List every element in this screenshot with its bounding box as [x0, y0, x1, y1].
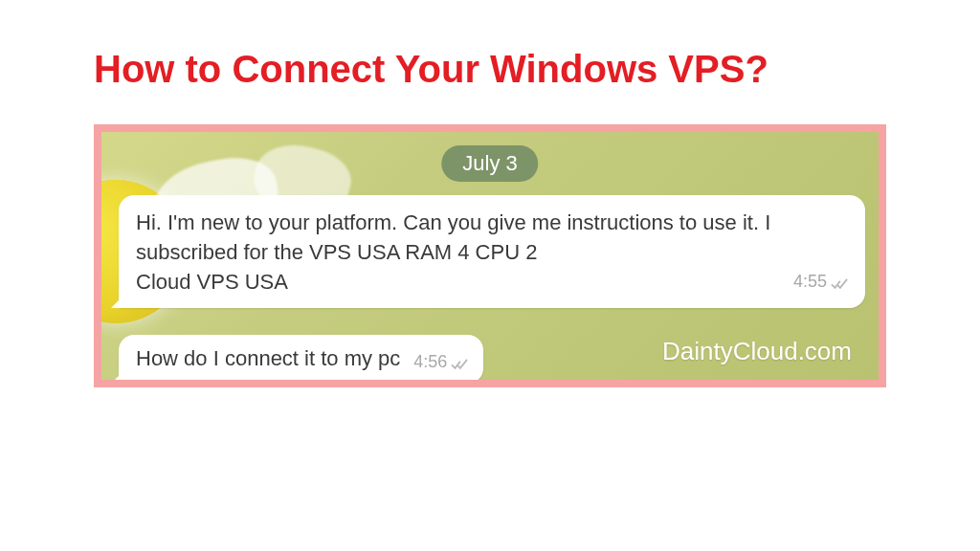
date-badge: July 3 — [441, 145, 538, 182]
page-title: How to Connect Your Windows VPS? — [0, 0, 980, 91]
chat-message-text: Hi. I'm new to your platform. Can you gi… — [136, 210, 770, 294]
chat-message-time: 4:56 — [413, 352, 468, 372]
watermark-text: DaintyCloud.com — [662, 337, 852, 366]
time-label: 4:55 — [793, 272, 827, 292]
chat-message-time: 4:55 — [793, 272, 848, 292]
double-check-icon — [451, 356, 468, 369]
chat-message-bubble: How do I connect it to my pc 4:56 — [119, 335, 483, 384]
chat-screenshot-frame: July 3 Hi. I'm new to your platform. Can… — [94, 124, 886, 387]
chat-message-bubble: Hi. I'm new to your platform. Can you gi… — [119, 195, 865, 308]
double-check-icon — [831, 275, 848, 288]
chat-message-text: How do I connect it to my pc — [136, 344, 400, 374]
time-label: 4:56 — [413, 352, 447, 372]
